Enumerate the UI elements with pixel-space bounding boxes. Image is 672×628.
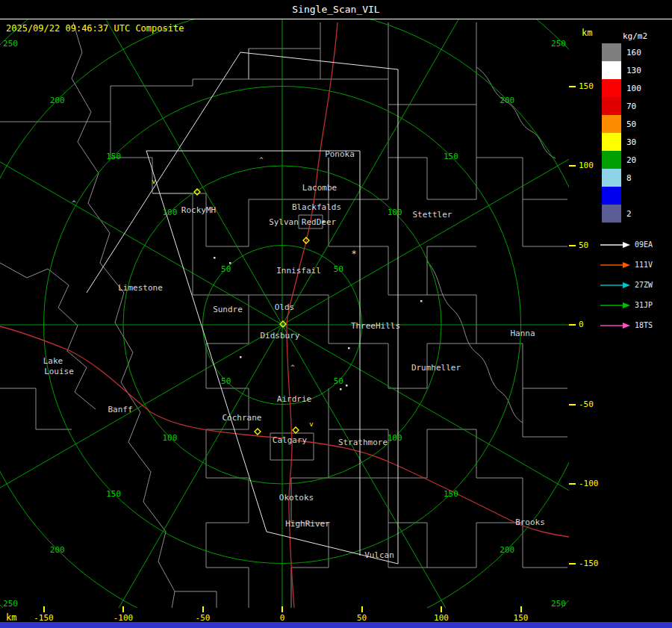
city-label: Sylvan [269, 217, 299, 227]
legend-value-label: 160 [626, 48, 641, 57]
city-label: Brooks [515, 517, 545, 527]
city-label: RedDeer [302, 217, 337, 227]
caret-up-marker: ^ [259, 156, 264, 164]
legend-value-label: 2 [626, 209, 632, 219]
right-axis-tick [569, 165, 576, 167]
legend-swatch [602, 169, 621, 187]
bottom-axis-tick-label: 150 [505, 613, 538, 623]
right-axis-tick [569, 563, 576, 565]
site-id-label: 31JP [635, 301, 653, 309]
legend-entry: 8 [602, 169, 641, 187]
bottom-axis-tick-label: 0 [266, 613, 299, 623]
range-ring-label: 250 [3, 39, 18, 49]
radar-site-legend: 09EA111V27ZW31JP18TS [599, 234, 653, 335]
city-label: Calgary [273, 435, 308, 445]
bottom-axis-unit-label: km [6, 612, 16, 623]
legend-entry: 30 [602, 133, 641, 151]
legend-entry: 160 [602, 43, 641, 61]
31jp-arrow-icon [599, 301, 632, 310]
18ts-arrow-icon [599, 321, 632, 330]
city-label: Strathmore [338, 438, 388, 447]
bottom-axis-tick [441, 606, 442, 612]
town-marker [214, 257, 216, 259]
city-label: Limestone [118, 283, 163, 293]
city-label: Didsbury [261, 331, 300, 341]
site-legend-row: 111V [599, 255, 653, 275]
city-label: Sundre [213, 305, 243, 314]
town-marker [346, 385, 348, 387]
range-ring-label: 250 [551, 599, 566, 609]
highway-path [0, 22, 569, 609]
site-legend-row: 31JP [599, 295, 653, 315]
bottom-status-bar [0, 622, 672, 628]
right-axis-tick-label: -50 [579, 400, 594, 409]
legend-entry: 130 [602, 61, 641, 79]
radar-map-canvas: 5050505010010010010015015015015020020020… [0, 0, 672, 628]
town-marker [229, 262, 231, 264]
caret-up-marker: ^ [290, 364, 295, 371]
right-axis-tick-label: 0 [579, 320, 584, 329]
bottom-axis-tick [202, 606, 204, 612]
natural-boundary-path [0, 22, 556, 609]
city-label: Okotoks [279, 493, 314, 503]
legend-swatch [602, 187, 621, 205]
caret-up-marker: ^ [72, 199, 76, 207]
range-ring-label: 50 [221, 376, 231, 386]
range-ring [0, 0, 672, 628]
09ea-arrow-icon [599, 240, 632, 249]
right-axis-tick-label: -150 [579, 559, 599, 568]
range-ring-label: 50 [334, 376, 343, 386]
legend-value-label: 70 [626, 102, 636, 111]
legend-entry [602, 187, 641, 205]
site-id-label: 27ZW [635, 281, 653, 289]
bottom-axis-tick-label: -150 [28, 613, 60, 623]
range-ring-label: 200 [500, 96, 514, 105]
right-axis-tick [569, 324, 576, 326]
site-legend-row: 27ZW [599, 275, 653, 295]
bottom-axis-tick [122, 606, 124, 612]
range-ring-label: 100 [388, 208, 402, 217]
legend-entry: 70 [602, 97, 641, 115]
city-label: Innisfail [276, 266, 321, 276]
radar-site-marker [255, 429, 261, 435]
city-label: Louise [44, 367, 74, 376]
caret-down-marker: v [309, 420, 313, 428]
27zw-arrow-icon [599, 281, 632, 290]
111v-arrow-icon [599, 261, 632, 270]
bottom-axis-tick-label: -100 [107, 613, 140, 623]
legend-panel: kg/m2 1601301007050302082 09EA111V27ZW31… [597, 19, 672, 621]
range-ring-label: 50 [221, 264, 231, 274]
range-rings [0, 0, 672, 628]
county-boundaries [0, 22, 567, 609]
right-axis-tick [569, 483, 576, 485]
bottom-axis-tick [43, 606, 45, 612]
legend-value-label: 30 [626, 137, 636, 147]
range-ring-label: 100 [162, 208, 177, 217]
right-axis-tick-label: 50 [579, 240, 588, 250]
legend-entry: 2 [602, 205, 641, 223]
range-ring-label: 100 [162, 433, 177, 443]
site-legend-row: 18TS [599, 315, 653, 335]
radar-application-window: Single_Scan_VIL 505050501001001001001501 [0, 0, 672, 628]
town-marker [420, 300, 423, 302]
site-id-label: 111V [635, 261, 653, 269]
legend-swatch [602, 133, 621, 151]
city-label: Vulcan [364, 550, 394, 560]
legend-value-label: 8 [626, 173, 632, 183]
legend-swatch [602, 115, 621, 133]
city-label: RockyMH [181, 205, 216, 215]
range-ring-label: 150 [444, 152, 458, 161]
city-label: Drumheller [411, 363, 461, 373]
legend-value-label: 100 [626, 84, 641, 93]
bottom-axis-tick-label: -50 [187, 613, 220, 623]
bottom-axis-tick-label: 50 [346, 613, 379, 623]
site-id-label: 09EA [635, 240, 653, 249]
right-axis-tick [569, 245, 576, 246]
range-ring-label: 100 [388, 433, 402, 443]
asterisk-marker: * [351, 249, 356, 259]
bottom-axis-tick [520, 606, 522, 612]
legend-swatch [602, 43, 621, 61]
town-marker [240, 356, 242, 358]
legend-value-label: 50 [626, 119, 636, 129]
range-ring-label: 200 [50, 96, 65, 105]
